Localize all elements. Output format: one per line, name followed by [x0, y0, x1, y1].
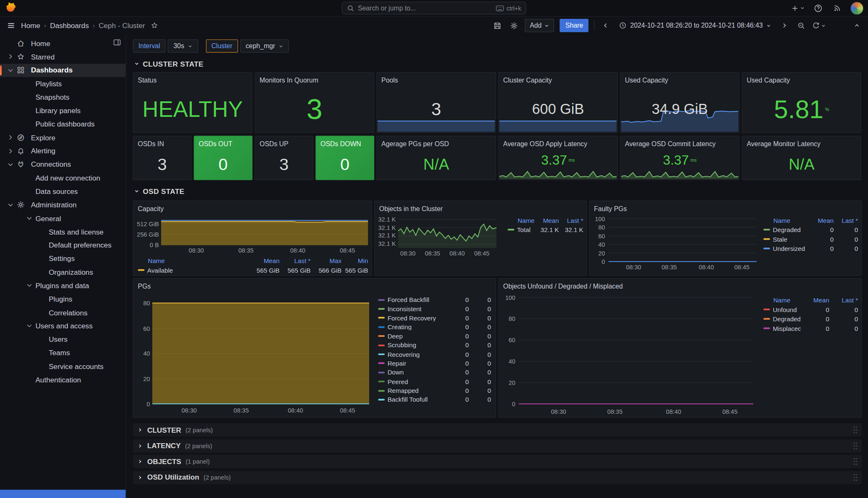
search-input[interactable]: Search or jump to... ctrl+k — [342, 2, 526, 14]
pgs-chart[interactable] — [152, 294, 369, 405]
capacity-chart[interactable] — [161, 220, 368, 245]
chevron-right-icon[interactable] — [5, 147, 17, 155]
breadcrumb-dashboards[interactable]: Dashboards — [50, 21, 89, 30]
user-avatar[interactable] — [850, 1, 864, 15]
collapse-controls-icon[interactable] — [851, 19, 862, 32]
sidebar-item[interactable]: Service accounts — [0, 360, 126, 373]
add-button[interactable]: Add — [525, 19, 555, 32]
legend-series-toggle[interactable]: Degraded — [763, 315, 801, 322]
drag-handle-icon[interactable] — [853, 426, 858, 434]
panel-title[interactable]: Cluster Capacity — [499, 72, 617, 86]
share-button[interactable]: Share — [560, 19, 589, 32]
legend-header[interactable]: Name — [763, 217, 809, 224]
sidebar-item[interactable]: Library panels — [0, 104, 126, 117]
interval-select[interactable]: 30s — [168, 39, 198, 53]
help-icon[interactable] — [813, 1, 824, 15]
chevron-down-icon[interactable] — [5, 160, 17, 169]
chevron-icon[interactable] — [5, 39, 17, 48]
legend-series-toggle[interactable]: Undersized — [763, 245, 809, 252]
panel-title[interactable]: Faulty PGs — [590, 201, 861, 215]
cluster-select[interactable]: ceph_mgr — [240, 39, 289, 53]
sidebar-item[interactable]: Dashboards — [0, 64, 126, 77]
legend-series-toggle[interactable]: Available — [138, 267, 247, 274]
legend-header[interactable]: Min — [342, 257, 368, 264]
legend-series-toggle[interactable]: Down — [378, 369, 447, 376]
panel-title[interactable]: Objects Unfound / Degraded / Misplaced — [499, 279, 861, 292]
legend-header[interactable]: Name — [138, 257, 247, 264]
save-dashboard-icon[interactable] — [492, 19, 503, 32]
legend-header[interactable]: Name — [508, 217, 534, 224]
panel-title[interactable]: OSDs DOWN — [316, 136, 374, 150]
panel-title[interactable]: Capacity — [134, 201, 372, 215]
time-shift-forward-icon[interactable] — [779, 19, 790, 32]
dashboard-settings-icon[interactable] — [508, 19, 519, 32]
legend-series-toggle[interactable]: Recovering — [378, 351, 447, 358]
panel-title[interactable]: PGs — [134, 279, 496, 292]
chevron-down-icon[interactable] — [23, 281, 36, 290]
new-button[interactable] — [791, 1, 805, 15]
sidebar-item[interactable]: Connections — [0, 158, 126, 171]
grafana-logo-icon[interactable] — [5, 2, 17, 14]
legend-series-toggle[interactable]: Remapped — [378, 387, 447, 394]
panel-title[interactable]: Average Monitor Latency — [742, 136, 861, 150]
sidebar-item[interactable]: Default preferences — [0, 238, 126, 252]
panel-title[interactable]: Used Capacity — [621, 72, 739, 86]
legend-header[interactable]: Mean — [534, 217, 559, 224]
sidebar-item[interactable]: Plugins — [0, 292, 126, 306]
sidebar-item[interactable]: Authentication — [0, 373, 126, 387]
sidebar-item[interactable]: Playlists — [0, 77, 126, 90]
chevron-right-icon[interactable] — [5, 133, 17, 142]
legend-header[interactable]: Last * — [834, 217, 858, 224]
legend-series-toggle[interactable]: Deep — [378, 333, 447, 340]
faulty-pgs-chart[interactable] — [609, 218, 757, 262]
legend-series-toggle[interactable]: Backfill Toofull — [378, 396, 447, 403]
legend-series-toggle[interactable]: Misplaced — [763, 325, 801, 332]
panel-title[interactable]: OSDs OUT — [194, 136, 252, 150]
legend-series-toggle[interactable]: Unfound — [763, 306, 801, 313]
time-range-picker[interactable]: 2024-10-21 08:26:20 to 2024-10-21 08:46:… — [617, 19, 773, 32]
panel-title[interactable]: Objects in the Cluster — [375, 201, 586, 215]
row-osd-state[interactable]: OSD STATE — [134, 186, 185, 196]
legend-series-toggle[interactable]: Stale — [763, 236, 809, 243]
legend-header[interactable]: Name — [763, 297, 801, 303]
objects-chart[interactable] — [398, 216, 496, 248]
panel-title[interactable]: Average OSD Commit Latency — [621, 136, 739, 150]
drag-handle-icon[interactable] — [853, 458, 858, 466]
legend-series-toggle[interactable]: Forced Backfill — [378, 297, 447, 303]
breadcrumb-home[interactable]: Home — [21, 21, 40, 30]
legend-header[interactable]: Mean — [247, 257, 280, 264]
sidebar-item[interactable]: Explore — [0, 131, 126, 144]
sidebar-item[interactable]: Public dashboards — [0, 117, 126, 131]
chevron-down-icon[interactable] — [23, 214, 36, 223]
legend-series-toggle[interactable]: Total — [508, 226, 534, 233]
zoom-out-icon[interactable] — [796, 19, 806, 32]
sidebar-item[interactable]: Organizations — [0, 266, 126, 279]
time-shift-back-icon[interactable] — [600, 19, 611, 32]
legend-header[interactable]: Last * — [280, 257, 311, 264]
chevron-right-icon[interactable] — [5, 52, 17, 61]
legend-series-toggle[interactable]: Inconsistent — [378, 306, 447, 312]
legend-header[interactable]: Last * — [829, 297, 858, 303]
sidebar-item[interactable]: Plugins and data — [0, 279, 126, 292]
legend-header[interactable]: Mean — [801, 297, 829, 303]
dashboard-row-collapsed[interactable]: OBJECTS (1 panel) — [133, 455, 862, 468]
sidebar-item[interactable]: Settings — [0, 252, 126, 265]
sidebar-item[interactable]: Correlations — [0, 306, 126, 319]
legend-series-toggle[interactable]: Peered — [378, 378, 447, 385]
sidebar-item[interactable]: Add new connection — [0, 171, 126, 185]
chevron-down-icon[interactable] — [23, 322, 36, 330]
sidebar-item[interactable]: General — [0, 212, 126, 225]
legend-series-toggle[interactable]: Forced Recovery — [378, 315, 447, 321]
drag-handle-icon[interactable] — [853, 442, 858, 450]
chevron-down-icon[interactable] — [5, 66, 17, 75]
sidebar-item[interactable]: Home — [0, 36, 126, 50]
chevron-down-icon[interactable] — [5, 200, 17, 209]
objects-unfound-chart[interactable] — [519, 295, 753, 405]
favorite-star-icon[interactable] — [149, 19, 160, 32]
sidebar-item[interactable]: Data sources — [0, 185, 126, 198]
legend-series-toggle[interactable]: Scrubbing — [378, 342, 447, 348]
legend-series-toggle[interactable]: Repair — [378, 360, 447, 367]
sidebar-item[interactable]: Snapshots — [0, 90, 126, 104]
panel-title[interactable]: Used Capacity — [742, 72, 861, 86]
panel-title[interactable]: Pools — [377, 72, 496, 86]
